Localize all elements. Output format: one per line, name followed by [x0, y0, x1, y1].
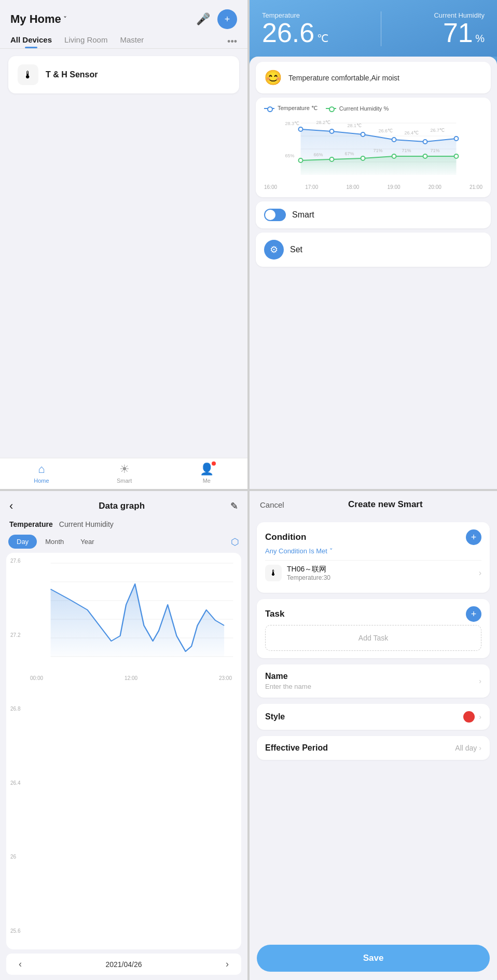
name-placeholder: Enter the name	[265, 683, 311, 690]
more-tabs-button[interactable]: •••	[227, 36, 237, 47]
sensor-cards: 😊 Temperature comfortable,Air moist Temp…	[250, 57, 497, 489]
mic-icon[interactable]: 🎤	[196, 12, 210, 26]
comfort-card: 😊 Temperature comfortable,Air moist	[256, 62, 491, 93]
smart-toggle[interactable]	[264, 209, 286, 221]
y-label-2: 26.8	[10, 706, 20, 712]
tab-master[interactable]: Master	[120, 35, 144, 48]
cond-device-detail: Temperature:30	[287, 574, 474, 581]
y-label-1: 27.2	[10, 632, 20, 638]
gx-label-2: 23:00	[219, 675, 232, 681]
add-task-box[interactable]: Add Task	[265, 625, 481, 651]
tab-current-humidity[interactable]: Current Humidity	[59, 520, 114, 528]
graph-x-labels: 00:00 12:00 23:00	[11, 674, 236, 681]
smart-title: Create new Smart	[348, 499, 423, 510]
chart-legend: Temperature ℃ Current Humidity %	[264, 105, 482, 112]
humid-unit: %	[475, 33, 485, 44]
graph-header: ‹ Data graph ✎	[0, 491, 247, 518]
panel-sensor: Temperature 26.6 ℃ Current Humidity 71 %…	[250, 0, 497, 489]
name-label: Name	[265, 672, 311, 681]
sub-tab-year[interactable]: Year	[72, 535, 102, 549]
sub-tab-month[interactable]: Month	[37, 535, 72, 549]
edit-button[interactable]: ✎	[230, 500, 238, 512]
add-condition-button[interactable]: +	[466, 529, 481, 545]
x-label-4: 20:00	[429, 184, 441, 190]
notification-badge	[212, 461, 216, 466]
style-right: ›	[463, 711, 481, 723]
add-task-button[interactable]: +	[466, 606, 481, 622]
legend-humid-line	[326, 108, 336, 109]
temp-value-row: 26.6 ℃	[262, 19, 328, 46]
x-label-1: 17:00	[305, 184, 318, 190]
graph-tabs: Temperature Current Humidity	[0, 518, 247, 535]
tab-living-room[interactable]: Living Room	[64, 35, 107, 48]
tab-all-devices[interactable]: All Devices	[10, 35, 52, 48]
add-button[interactable]: +	[217, 9, 237, 29]
svg-text:65%: 65%	[285, 153, 295, 158]
svg-text:71%: 71%	[402, 148, 411, 153]
ep-row: Effective Period All day ›	[265, 743, 481, 753]
name-chevron-icon: ›	[479, 677, 481, 685]
y-label-0: 27.6	[10, 558, 20, 564]
tab-temperature[interactable]: Temperature	[9, 520, 53, 528]
style-label: Style	[265, 712, 285, 722]
humid-value: 71	[443, 18, 473, 48]
home-nav-icon: ⌂	[38, 462, 45, 476]
x-label-0: 16:00	[264, 184, 277, 190]
svg-text:71%: 71%	[374, 148, 383, 153]
export-button[interactable]: ⬡	[231, 536, 239, 548]
prev-date-button[interactable]: ‹	[19, 959, 22, 970]
cond-device-icon: 🌡	[265, 565, 282, 581]
svg-point-26	[423, 154, 427, 158]
svg-text:26.7℃: 26.7℃	[431, 128, 445, 133]
smart-nav-label: Smart	[117, 478, 132, 484]
back-button[interactable]: ‹	[9, 499, 13, 513]
effective-period-card[interactable]: Effective Period All day ›	[257, 736, 490, 760]
chart-x-labels: 16:00 17:00 18:00 19:00 20:00 21:00	[264, 184, 482, 190]
svg-point-14	[423, 140, 427, 144]
y-label-3: 26.4	[10, 780, 20, 786]
y-label-4: 26	[10, 854, 20, 860]
save-button[interactable]: Save	[257, 945, 490, 972]
name-row: Name Enter the name ›	[265, 672, 481, 690]
name-card[interactable]: Name Enter the name ›	[257, 664, 490, 698]
smart-nav-icon: ☀	[119, 462, 130, 476]
set-action-card[interactable]: ⚙ Set	[256, 233, 491, 267]
nav-item-home[interactable]: ⌂ Home	[34, 462, 49, 484]
ep-chevron-icon: ›	[479, 744, 481, 752]
condition-card: Condition + Any Condition Is Met ˅ 🌡 TH0…	[257, 522, 490, 593]
nav-item-smart[interactable]: ☀ Smart	[117, 462, 132, 484]
cancel-button[interactable]: Cancel	[260, 500, 284, 509]
svg-point-25	[392, 154, 396, 158]
sensor-chart-svg: 28.3℃ 28.2℃ 28.1℃ 26.6℃ 26.4℃ 26.7℃	[264, 118, 482, 180]
svg-text:28.3℃: 28.3℃	[285, 121, 300, 126]
home-nav-label: Home	[34, 478, 49, 484]
sub-tab-day[interactable]: Day	[8, 535, 37, 549]
ep-value: All day	[455, 744, 477, 752]
name-block: Name Enter the name	[265, 672, 311, 690]
gx-label-0: 00:00	[30, 675, 43, 681]
style-card[interactable]: Style ›	[257, 704, 490, 730]
humid-block: Current Humidity 71 %	[434, 11, 485, 46]
svg-point-22	[299, 158, 303, 162]
chevron-down-icon[interactable]: ˅	[63, 15, 67, 23]
smart-action-card[interactable]: Smart	[256, 201, 491, 228]
data-graph-svg	[11, 558, 236, 672]
condition-sub[interactable]: Any Condition Is Met ˅	[265, 547, 481, 555]
svg-text:26.6℃: 26.6℃	[379, 128, 393, 133]
svg-text:67%: 67%	[345, 151, 354, 156]
svg-point-27	[454, 154, 459, 158]
sensor-top: Temperature 26.6 ℃ Current Humidity 71 %	[250, 0, 497, 57]
next-date-button[interactable]: ›	[226, 959, 229, 970]
device-card[interactable]: 🌡 T & H Sensor	[8, 56, 239, 93]
x-label-2: 18:00	[346, 184, 359, 190]
home-icons: 🎤 +	[196, 9, 237, 29]
home-title-row[interactable]: My Home ˅	[10, 12, 67, 26]
gear-icon[interactable]: ⚙	[264, 240, 284, 260]
cond-chevron-icon: ›	[479, 568, 481, 578]
ep-right: All day ›	[455, 744, 481, 752]
nav-item-me[interactable]: 👤 Me	[200, 462, 214, 484]
temp-unit: ℃	[317, 33, 328, 44]
svg-point-11	[330, 129, 334, 133]
condition-row[interactable]: 🌡 TH06～联网 Temperature:30 ›	[265, 560, 481, 586]
comfort-text: Temperature comfortable,Air moist	[288, 74, 399, 82]
